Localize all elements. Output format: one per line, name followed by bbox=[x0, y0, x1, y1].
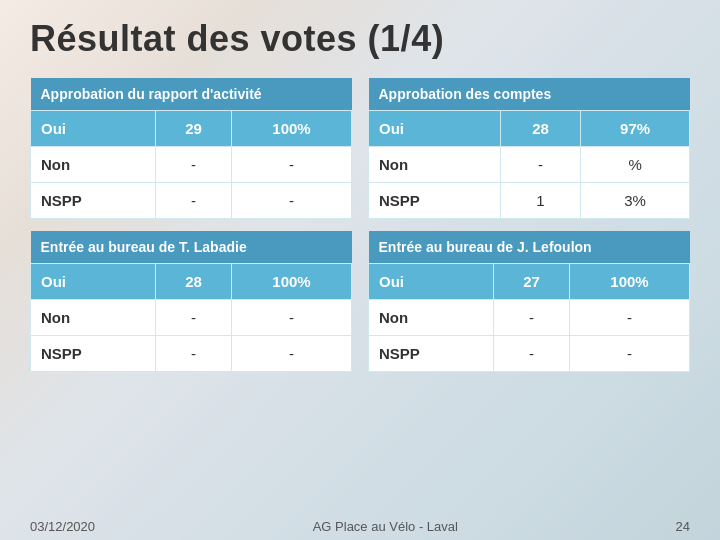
row-percent: 100% bbox=[232, 111, 352, 147]
row-label: Non bbox=[31, 147, 156, 183]
row-percent: 97% bbox=[581, 111, 690, 147]
row-label: NSPP bbox=[31, 336, 156, 372]
row-label: NSPP bbox=[369, 336, 494, 372]
row-count: - bbox=[155, 300, 231, 336]
footer-page: 24 bbox=[676, 519, 690, 534]
row-count: - bbox=[155, 336, 231, 372]
row-count: 1 bbox=[500, 183, 580, 219]
row-percent: 3% bbox=[581, 183, 690, 219]
row-count: - bbox=[500, 147, 580, 183]
table-row: NSPP-- bbox=[31, 183, 352, 219]
row-percent: - bbox=[232, 147, 352, 183]
page-title: Résultat des votes (1/4) bbox=[30, 18, 690, 60]
tables-container: Approbation du rapport d'activité Oui291… bbox=[30, 78, 690, 372]
row-count: - bbox=[155, 147, 231, 183]
row-label: NSPP bbox=[31, 183, 156, 219]
row-percent: % bbox=[581, 147, 690, 183]
row-percent: - bbox=[232, 336, 352, 372]
row-percent: 100% bbox=[232, 264, 352, 300]
row-label: Non bbox=[31, 300, 156, 336]
row-count: - bbox=[493, 300, 569, 336]
row-label: Oui bbox=[369, 264, 494, 300]
row-label: Non bbox=[369, 147, 501, 183]
row-percent: - bbox=[570, 300, 690, 336]
row-count: - bbox=[493, 336, 569, 372]
table-row: Non-- bbox=[31, 147, 352, 183]
footer-center: AG Place au Vélo - Laval bbox=[95, 519, 675, 534]
table-rapport-header: Approbation du rapport d'activité bbox=[31, 78, 352, 111]
row-count: 28 bbox=[155, 264, 231, 300]
row-label: Oui bbox=[31, 264, 156, 300]
table-row: Oui29100% bbox=[31, 111, 352, 147]
footer: 03/12/2020 AG Place au Vélo - Laval 24 bbox=[0, 513, 720, 540]
right-tables: Approbation des comptes Oui2897%Non-%NSP… bbox=[368, 78, 690, 372]
table-lefoulon: Entrée au bureau de J. Lefoulon Oui27100… bbox=[368, 231, 690, 372]
table-comptes: Approbation des comptes Oui2897%Non-%NSP… bbox=[368, 78, 690, 219]
table-comptes-header: Approbation des comptes bbox=[369, 78, 690, 111]
row-label: NSPP bbox=[369, 183, 501, 219]
table-row: Oui2897% bbox=[369, 111, 690, 147]
footer-date: 03/12/2020 bbox=[30, 519, 95, 534]
left-tables: Approbation du rapport d'activité Oui291… bbox=[30, 78, 352, 372]
table-labadie: Entrée au bureau de T. Labadie Oui28100%… bbox=[30, 231, 352, 372]
main-content: Résultat des votes (1/4) Approbation du … bbox=[0, 0, 720, 382]
row-percent: 100% bbox=[570, 264, 690, 300]
row-count: 28 bbox=[500, 111, 580, 147]
table-labadie-header: Entrée au bureau de T. Labadie bbox=[31, 231, 352, 264]
row-count: 27 bbox=[493, 264, 569, 300]
table-row: NSPP-- bbox=[31, 336, 352, 372]
row-count: 29 bbox=[155, 111, 231, 147]
row-count: - bbox=[155, 183, 231, 219]
table-row: Non-- bbox=[369, 300, 690, 336]
row-percent: - bbox=[232, 183, 352, 219]
table-row: Non-- bbox=[31, 300, 352, 336]
row-label: Oui bbox=[31, 111, 156, 147]
table-rapport: Approbation du rapport d'activité Oui291… bbox=[30, 78, 352, 219]
table-row: NSPP-- bbox=[369, 336, 690, 372]
table-lefoulon-header: Entrée au bureau de J. Lefoulon bbox=[369, 231, 690, 264]
row-percent: - bbox=[570, 336, 690, 372]
table-row: NSPP13% bbox=[369, 183, 690, 219]
row-label: Non bbox=[369, 300, 494, 336]
table-row: Non-% bbox=[369, 147, 690, 183]
row-label: Oui bbox=[369, 111, 501, 147]
row-percent: - bbox=[232, 300, 352, 336]
table-row: Oui27100% bbox=[369, 264, 690, 300]
table-row: Oui28100% bbox=[31, 264, 352, 300]
